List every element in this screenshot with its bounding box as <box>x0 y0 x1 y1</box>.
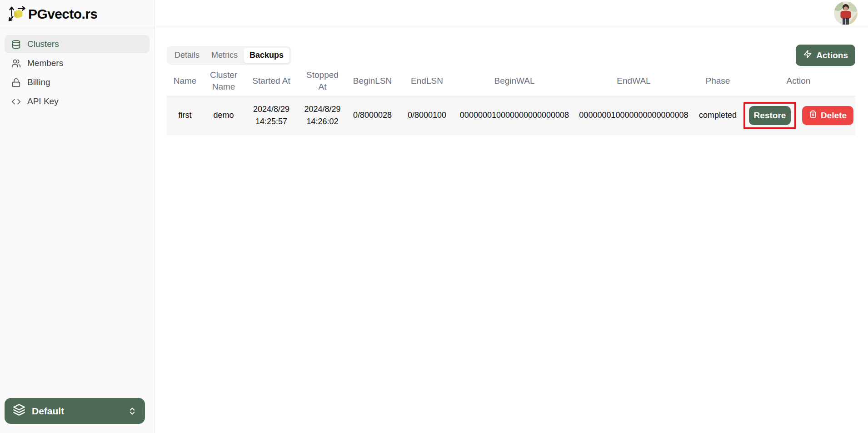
layers-icon <box>13 403 25 418</box>
stopped-date: 2024/8/29 <box>302 103 343 115</box>
column-header-stopped-at: Stopped At <box>299 66 346 96</box>
column-header-endwal: EndWAL <box>574 66 694 96</box>
actions-button[interactable]: Actions <box>796 45 855 66</box>
tab-backups[interactable]: Backups <box>244 48 289 63</box>
column-header-action: Action <box>742 66 855 96</box>
main-area: Details Metrics Backups Actions <box>155 0 868 433</box>
sidebar-item-clusters[interactable]: Clusters <box>5 35 150 53</box>
sidebar-nav: Clusters Members <box>0 28 154 117</box>
restore-button[interactable]: Restore <box>749 106 791 125</box>
users-icon <box>11 59 21 68</box>
content-header: Details Metrics Backups Actions <box>167 45 855 66</box>
tab-metrics[interactable]: Metrics <box>205 48 244 63</box>
started-date: 2024/8/29 <box>248 103 295 115</box>
delete-button[interactable]: Delete <box>802 106 853 125</box>
sidebar-item-label: Billing <box>27 77 50 87</box>
started-time: 14:25:57 <box>248 116 295 127</box>
cell-started-at: 2024/8/29 14:25:57 <box>244 96 299 135</box>
cell-endlsn: 0/8000100 <box>399 96 455 135</box>
cell-cluster-name: demo <box>203 96 244 135</box>
database-icon <box>11 40 21 49</box>
cell-phase: completed <box>694 96 742 135</box>
table-row: first demo 2024/8/29 14:25:57 2024/8/29 … <box>167 96 855 135</box>
column-header-phase: Phase <box>694 66 742 96</box>
table-header-row: Name Cluster Name Started At Stopped At … <box>167 66 855 96</box>
delete-button-label: Delete <box>821 111 847 121</box>
backups-table: Name Cluster Name Started At Stopped At … <box>167 66 855 135</box>
column-header-started-at: Started At <box>244 66 299 96</box>
cell-endwal: 000000010000000000000008 <box>574 96 694 135</box>
sidebar-item-api-key[interactable]: API Key <box>5 92 150 111</box>
code-icon <box>11 97 21 106</box>
annotation-highlight-box: Restore <box>743 102 796 129</box>
column-header-beginlsn: BeginLSN <box>346 66 399 96</box>
workspace-selector[interactable]: Default <box>5 398 145 424</box>
sidebar-item-billing[interactable]: Billing <box>5 73 150 91</box>
sidebar-item-members[interactable]: Members <box>5 54 150 72</box>
sidebar-item-label: Clusters <box>27 39 59 49</box>
tab-list: Details Metrics Backups <box>167 46 291 65</box>
content: Details Metrics Backups Actions <box>155 28 868 135</box>
sidebar-header: PGvecto.rs <box>0 0 154 28</box>
sidebar: PGvecto.rs Clusters <box>0 0 155 433</box>
column-header-endlsn: EndLSN <box>399 66 455 96</box>
stopped-time: 14:26:02 <box>302 116 343 127</box>
column-header-cluster-name: Cluster Name <box>203 66 244 96</box>
topbar <box>155 0 868 28</box>
chevrons-up-down-icon <box>128 407 137 416</box>
sidebar-item-label: Members <box>27 58 63 68</box>
brand-name: PGvecto.rs <box>28 6 97 22</box>
actions-button-label: Actions <box>816 50 848 60</box>
workspace-label: Default <box>32 406 64 417</box>
column-header-name: Name <box>167 66 203 96</box>
cell-action: Restore <box>742 96 855 135</box>
app-window: PGvecto.rs Clusters <box>0 0 868 433</box>
cell-beginlsn: 0/8000028 <box>346 96 399 135</box>
cell-stopped-at: 2024/8/29 14:26:02 <box>299 96 346 135</box>
user-avatar[interactable] <box>834 1 858 25</box>
cell-name: first <box>167 96 203 135</box>
sidebar-item-label: API Key <box>27 96 59 106</box>
lock-icon <box>11 78 21 87</box>
trash-icon <box>809 110 817 121</box>
zap-icon <box>803 50 812 61</box>
tab-details[interactable]: Details <box>169 48 205 63</box>
cell-beginwal: 000000010000000000000008 <box>455 96 574 135</box>
column-header-beginwal: BeginWAL <box>455 66 574 96</box>
brand-logo-icon <box>7 4 26 25</box>
